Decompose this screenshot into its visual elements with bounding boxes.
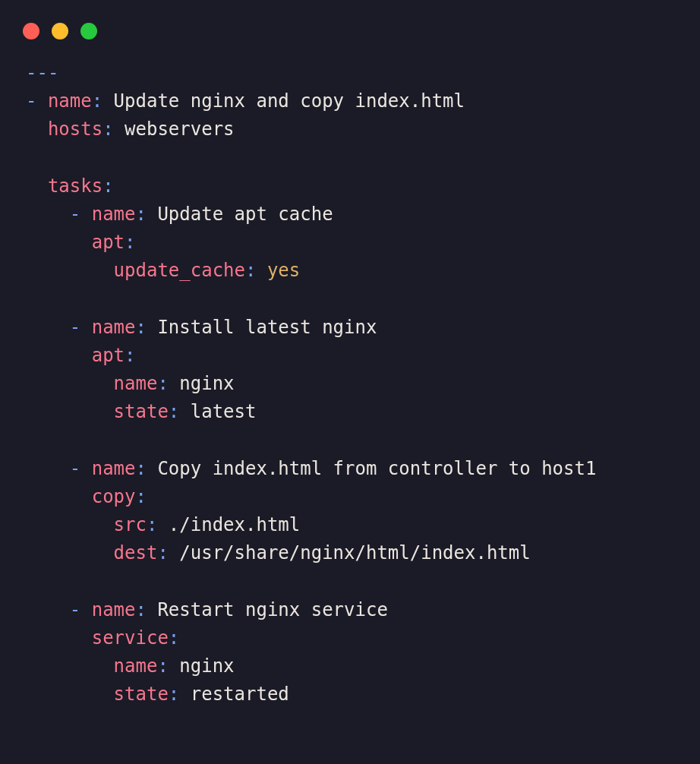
yaml-key: name	[114, 373, 158, 394]
window-controls	[0, 0, 700, 39]
yaml-doc-start: ---	[26, 62, 58, 84]
yaml-value: Install latest nginx	[157, 317, 377, 338]
editor-window: --- - name: Update nginx and copy index.…	[0, 0, 700, 764]
yaml-key: src	[114, 514, 147, 535]
colon-icon: :	[125, 345, 135, 366]
yaml-value: yes	[267, 260, 300, 281]
colon-icon: :	[136, 486, 147, 507]
yaml-value: Update apt cache	[157, 204, 333, 225]
yaml-value: Copy index.html from controller to host1	[157, 458, 596, 479]
dash-icon: -	[70, 317, 80, 338]
yaml-value: Update nginx and copy index.html	[114, 90, 465, 112]
dash-icon: -	[70, 599, 80, 620]
yaml-key: name	[92, 599, 136, 620]
yaml-value: webservers	[125, 118, 235, 140]
close-icon[interactable]	[23, 23, 39, 39]
colon-icon: :	[157, 373, 168, 394]
colon-icon: :	[92, 90, 102, 112]
yaml-key: apt	[92, 345, 125, 366]
colon-icon: :	[102, 175, 113, 197]
colon-icon: :	[125, 232, 135, 253]
yaml-key: update_cache	[114, 260, 245, 281]
yaml-key: name	[92, 204, 136, 225]
dash-icon: -	[70, 204, 80, 225]
yaml-value: ./index.html	[169, 514, 300, 535]
zoom-icon[interactable]	[80, 23, 97, 39]
yaml-key: name	[114, 655, 158, 677]
minimize-icon[interactable]	[52, 23, 68, 39]
yaml-key: tasks	[48, 175, 102, 197]
yaml-value: /usr/share/nginx/html/index.html	[179, 542, 530, 564]
yaml-key: name	[48, 90, 92, 112]
dash-icon: -	[70, 458, 80, 479]
yaml-value: Restart nginx service	[157, 599, 387, 620]
colon-icon: :	[136, 458, 147, 479]
yaml-key: apt	[92, 232, 125, 253]
colon-icon: :	[245, 260, 256, 281]
yaml-value: restarted	[191, 683, 289, 705]
colon-icon: :	[169, 683, 179, 705]
yaml-key: state	[114, 683, 169, 705]
colon-icon: :	[157, 655, 168, 677]
colon-icon: :	[136, 204, 147, 225]
colon-icon: :	[136, 317, 147, 338]
colon-icon: :	[147, 514, 157, 535]
yaml-value: latest	[191, 401, 257, 422]
yaml-key: hosts	[48, 118, 102, 140]
code-block: --- - name: Update nginx and copy index.…	[0, 39, 700, 709]
yaml-key: copy	[92, 486, 136, 507]
colon-icon: :	[169, 401, 179, 422]
yaml-key: service	[92, 627, 169, 649]
colon-icon: :	[136, 599, 147, 620]
yaml-value: nginx	[179, 373, 234, 394]
colon-icon: :	[102, 118, 113, 140]
colon-icon: :	[157, 542, 168, 564]
yaml-value: nginx	[179, 655, 234, 677]
yaml-key: name	[92, 458, 136, 479]
yaml-key: name	[92, 317, 136, 338]
yaml-key: dest	[114, 542, 158, 564]
yaml-key: state	[114, 401, 169, 422]
dash-icon: -	[26, 90, 36, 112]
colon-icon: :	[169, 627, 179, 649]
